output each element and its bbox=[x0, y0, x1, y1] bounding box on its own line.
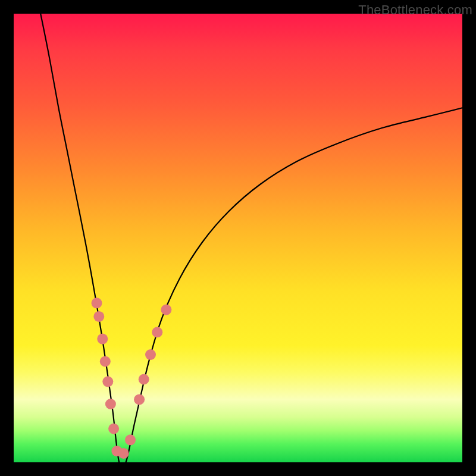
marker-dot bbox=[97, 334, 108, 345]
marker-dot bbox=[100, 356, 111, 367]
chart-svg bbox=[14, 14, 462, 462]
curve-group bbox=[40, 14, 462, 468]
marker-dot bbox=[152, 327, 162, 337]
marker-dot bbox=[108, 424, 119, 434]
marker-dot bbox=[105, 399, 116, 409]
marker-dot bbox=[145, 349, 156, 360]
marker-dot bbox=[125, 434, 136, 445]
marker-dot bbox=[134, 394, 145, 405]
marker-dot bbox=[93, 311, 104, 322]
chart-frame: TheBottleneck.com bbox=[0, 0, 476, 476]
bottleneck-curve bbox=[40, 14, 462, 468]
marker-dots-group bbox=[92, 298, 172, 459]
marker-dot bbox=[118, 448, 129, 459]
marker-dot bbox=[102, 376, 113, 387]
marker-dot bbox=[139, 374, 149, 385]
marker-dot bbox=[92, 298, 102, 308]
chart-plot-area bbox=[14, 14, 462, 462]
marker-dot bbox=[161, 305, 171, 315]
watermark-text: TheBottleneck.com bbox=[358, 2, 472, 18]
